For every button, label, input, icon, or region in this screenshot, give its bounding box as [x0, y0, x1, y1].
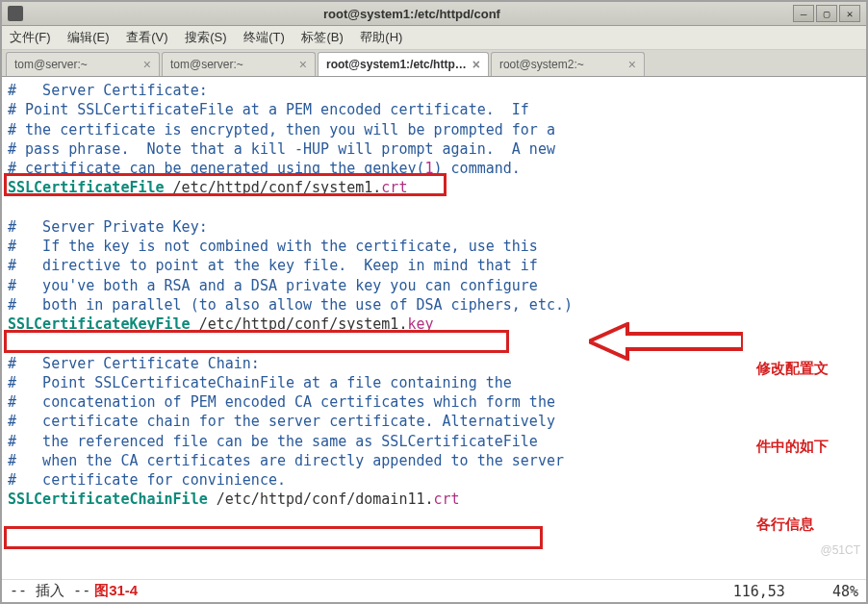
figure-label: 图31-4 — [94, 582, 138, 600]
directive-name: SSLCertificateChainFile — [8, 491, 208, 508]
comment-line: # Point SSLCertificateFile at a PEM enco… — [8, 101, 529, 118]
scroll-percent: 48% — [832, 583, 858, 600]
directive-path: /etc/httpd/conf/domain11. — [208, 491, 434, 508]
comment-line: # when the CA certificates are directly … — [8, 452, 564, 469]
tab-close-icon[interactable]: × — [299, 57, 307, 72]
editor-mode: -- 插入 -- — [10, 582, 90, 600]
terminal-window: root@system1:/etc/httpd/conf — ▢ ✕ 文件(F)… — [0, 0, 868, 604]
directive-ext: crt — [434, 491, 460, 508]
highlight-box-3 — [4, 526, 543, 549]
comment-line: # concatenation of PEM encoded CA certif… — [8, 393, 555, 411]
tab-1[interactable]: tom@server:~ × — [6, 52, 160, 76]
directive-line: SSLCertificateChainFile /etc/httpd/conf/… — [8, 491, 460, 508]
titlebar: root@system1:/etc/httpd/conf — ▢ ✕ — [2, 2, 866, 26]
tabbar: tom@server:~ × tom@server:~ × root@syste… — [2, 50, 866, 77]
directive-path: /etc/httpd/conf/system1. — [191, 315, 408, 333]
terminal-content[interactable]: # Server Certificate: # Point SSLCertifi… — [2, 77, 866, 579]
comment-line: # the referenced file can be the same as… — [8, 433, 538, 450]
tab-close-icon[interactable]: × — [143, 57, 151, 72]
directive-name: SSLCertificateKeyFile — [8, 315, 191, 333]
directive-ext: key — [407, 315, 433, 333]
directive-line: SSLCertificateKeyFile /etc/httpd/conf/sy… — [8, 315, 434, 333]
menu-search[interactable]: 搜索(S) — [185, 30, 226, 44]
comment-line: # Server Certificate Chain: — [8, 355, 260, 372]
menu-file[interactable]: 文件(F) — [10, 30, 51, 44]
highlight-box-2 — [4, 330, 509, 353]
menu-view[interactable]: 查看(V) — [126, 30, 167, 44]
maximize-button[interactable]: ▢ — [816, 5, 837, 22]
tab-2[interactable]: tom@server:~ × — [162, 52, 316, 76]
annotation-text: 修改配置文 件中的如下 各行信息 — [756, 303, 829, 579]
tab-label: tom@server:~ — [14, 58, 88, 71]
tab-4[interactable]: root@system2:~ × — [491, 52, 645, 76]
tab-label: tom@server:~ — [170, 58, 243, 71]
tab-label: root@system1:/etc/http… — [326, 58, 467, 71]
directive-path: /etc/httpd/conf/system1. — [165, 179, 382, 196]
comment-line: # you've both a RSA and a DSA private ke… — [8, 277, 538, 294]
comment-line: # certificate for convinience. — [8, 471, 286, 489]
comment-line: # Server Private Key: — [8, 218, 208, 236]
tab-label: root@system2:~ — [499, 58, 584, 71]
close-button[interactable]: ✕ — [839, 5, 860, 22]
minimize-button[interactable]: — — [793, 5, 814, 22]
menubar: 文件(F) 编辑(E) 查看(V) 搜索(S) 终端(T) 标签(B) 帮助(H… — [2, 26, 866, 50]
comment-line: # pass phrase. Note that a kill -HUP wil… — [8, 140, 555, 158]
comment-line: # certificate can be generated using the… — [8, 160, 521, 177]
tab-close-icon[interactable]: × — [472, 57, 480, 72]
comment-line: # If the key is not combined with the ce… — [8, 238, 538, 255]
comment-line: # certificate chain for the server certi… — [8, 413, 555, 430]
directive-line: SSLCertificateFile /etc/httpd/conf/syste… — [8, 179, 407, 196]
cursor-position: 116,53 — [733, 583, 785, 600]
menu-tabs[interactable]: 标签(B) — [301, 30, 343, 44]
comment-line: # Point SSLCertificateChainFile at a fil… — [8, 374, 512, 391]
watermark: @51CT — [820, 542, 860, 558]
app-icon — [8, 6, 23, 21]
tab-close-icon[interactable]: × — [628, 57, 636, 72]
window-controls: — ▢ ✕ — [793, 5, 860, 22]
menu-edit[interactable]: 编辑(E) — [67, 30, 109, 44]
comment-line: # both in parallel (to also allow the us… — [8, 296, 573, 314]
directive-name: SSLCertificateFile — [8, 179, 165, 196]
menu-help[interactable]: 帮助(H) — [360, 30, 402, 44]
statusbar: -- 插入 -- 图31-4 116,53 48% — [2, 579, 866, 602]
comment-line: # Server Certificate: — [8, 82, 208, 99]
arrow-icon — [589, 322, 743, 361]
comment-line: # directive to point at the key file. Ke… — [8, 257, 538, 274]
menu-terminal[interactable]: 终端(T) — [243, 30, 285, 44]
tab-3[interactable]: root@system1:/etc/http… × — [318, 52, 489, 76]
comment-line: # the certificate is encrypted, then you… — [8, 121, 555, 138]
window-title: root@system1:/etc/httpd/conf — [31, 7, 793, 21]
directive-ext: crt — [381, 179, 407, 196]
